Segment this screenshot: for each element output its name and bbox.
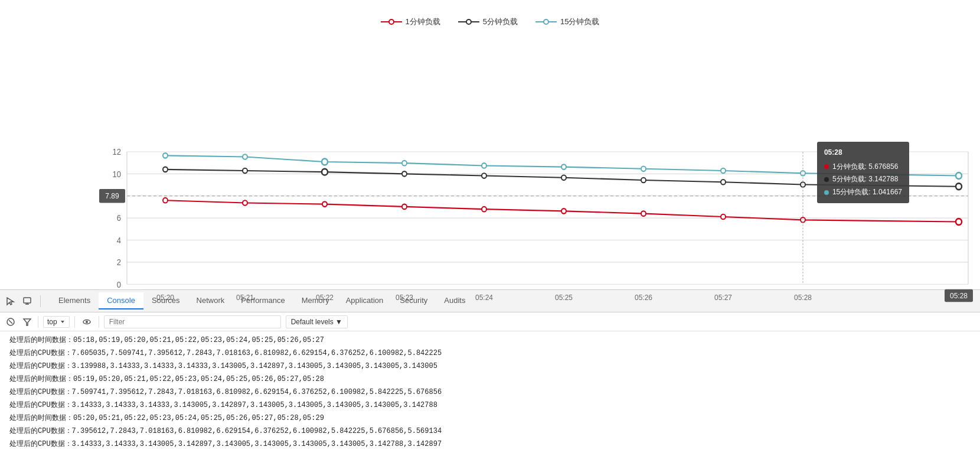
chart-legend: 1分钟负载 5分钟负载 15分钟负载 [0,12,980,32]
console-line: 处理后的时间数据：05:20,05:21,05:22,05:23,05:24,0… [0,412,980,425]
svg-point-47 [243,168,247,174]
svg-marker-74 [61,321,64,323]
svg-point-45 [956,219,962,225]
console-line: 处理后的CPU数据：7.509741,7.395612,7.2843,7.018… [0,386,980,399]
legend-1min-label: 1分钟负载 [406,17,440,27]
svg-point-37 [243,200,247,206]
console-line: 处理后的CPU数据：3.139988,3.14333,3.14333,3.143… [0,360,980,373]
filter-icon[interactable] [21,316,33,328]
svg-point-58 [322,159,328,165]
svg-point-56 [163,153,168,158]
console-clear-icon[interactable] [5,316,17,328]
svg-point-5 [544,19,548,24]
eye-icon[interactable] [80,315,94,329]
context-label: top [47,318,57,326]
filter-input[interactable] [104,315,281,328]
svg-point-57 [243,154,247,159]
svg-text:05:28: 05:28 [950,291,968,299]
svg-point-1 [389,19,394,24]
svg-text:05:20: 05:20 [156,294,174,302]
legend-5min-label: 5分钟负载 [483,17,518,27]
svg-point-52 [641,178,646,183]
console-line: 处理后的CPU数据：7.395612,7.2843,7.018163,6.810… [0,425,980,438]
svg-text:05:21: 05:21 [236,294,254,302]
console-line: 处理后的时间数据：05:19,05:20,05:21,05:22,05:23,0… [0,373,980,386]
svg-text:2: 2 [117,258,121,267]
svg-point-46 [163,167,168,172]
svg-text:05:25: 05:25 [555,294,573,302]
chart-svg: 0 2 4 6 8 10 12 7.89 05:20 05:21 05:22 0… [0,32,980,309]
svg-point-49 [402,171,407,177]
svg-point-40 [482,207,486,212]
devtools-toolbar: top Default levels ▼ [0,312,980,331]
default-levels-button[interactable]: Default levels ▼ [286,315,348,328]
devtools-panel: Elements Console Sources Network Perform… [0,289,980,466]
console-line: 处理后的时间数据：05:18,05:19,05:20,05:21,05:22,0… [0,334,980,347]
toolbar-divider-2 [74,316,75,328]
console-line: 处理后的CPU数据：7.605035,7.509741,7.395612,7.2… [0,347,980,360]
svg-text:05:24: 05:24 [475,294,493,302]
svg-point-50 [482,173,486,178]
svg-point-3 [466,19,471,24]
svg-text:6: 6 [117,214,121,223]
context-selector[interactable]: top [43,316,70,328]
svg-text:7.89: 7.89 [105,192,119,200]
svg-point-48 [322,169,328,175]
legend-item-15min: 15分钟负载 [535,17,599,27]
legend-15min-label: 15分钟负载 [560,17,599,27]
svg-text:05:28: 05:28 [794,294,812,302]
svg-text:05:26: 05:26 [635,294,652,302]
svg-point-38 [322,201,327,207]
svg-point-43 [721,214,726,220]
default-levels-label: Default levels ▼ [291,318,342,326]
svg-text:12: 12 [113,148,121,157]
toolbar-divider [38,316,38,328]
svg-text:0: 0 [117,280,121,289]
toolbar-divider-3 [99,316,99,328]
svg-point-51 [561,175,566,180]
svg-point-59 [402,161,407,166]
svg-point-42 [641,211,646,216]
svg-text:05:22: 05:22 [316,294,334,302]
svg-point-36 [163,198,168,203]
svg-point-53 [721,180,726,185]
svg-line-72 [9,320,12,324]
console-line: 处理后的CPU数据：3.14333,3.14333,3.14333,3.1430… [0,399,980,412]
svg-point-62 [641,167,646,172]
chart-area: 1分钟负载 5分钟负载 15分钟负载 0 2 4 6 8 10 12 [0,0,980,289]
svg-point-65 [956,172,962,179]
svg-text:05:23: 05:23 [396,294,413,302]
legend-item-5min: 5分钟负载 [458,17,518,27]
svg-point-63 [721,168,726,174]
svg-point-61 [561,164,566,170]
svg-point-39 [402,204,407,210]
svg-text:10: 10 [113,170,121,178]
svg-text:05:27: 05:27 [714,294,732,302]
svg-point-55 [956,183,962,190]
svg-point-60 [482,163,486,168]
console-output: 处理后的时间数据：05:18,05:19,05:20,05:21,05:22,0… [0,331,980,466]
svg-marker-73 [24,319,31,325]
console-line: 处理后的CPU数据：3.14333,3.14333,3.143005,3.142… [0,438,980,451]
legend-item-1min: 1分钟负载 [381,17,440,27]
svg-text:4: 4 [117,236,122,245]
svg-point-41 [561,208,566,214]
svg-point-76 [86,321,88,323]
